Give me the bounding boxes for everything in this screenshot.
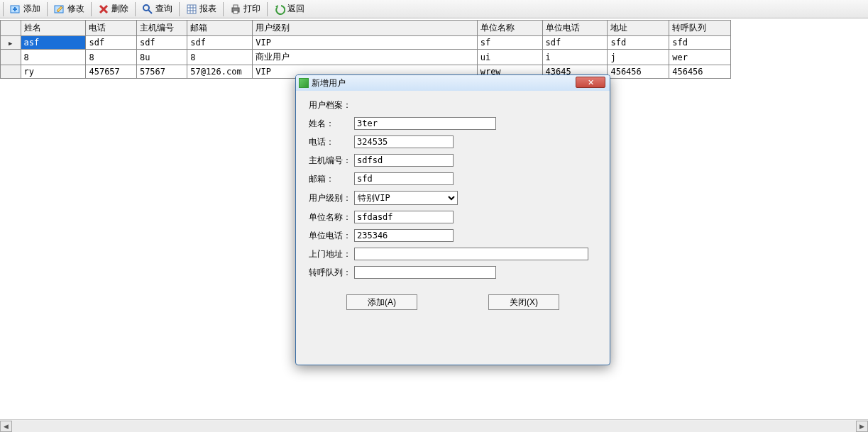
addr-field[interactable] [354,248,588,260]
col-addr[interactable]: 地址 [608,21,669,36]
print-icon [230,4,241,15]
cell-queue[interactable]: 456456 [669,65,731,79]
cell-orgphone[interactable]: sdf [542,36,608,50]
scroll-left-icon[interactable]: ◀ [0,421,12,432]
cell-phone[interactable]: sdf [86,36,136,50]
table-row[interactable]: 888u8商业用户uiijwer [1,50,731,65]
add-button[interactable]: 添加 [5,1,45,17]
cell-name[interactable]: asf [21,36,86,50]
delete-icon [98,4,109,15]
app-icon [299,78,309,88]
edit-icon [54,4,65,15]
queue-label: 转呼队列： [309,267,354,279]
back-button[interactable]: 返回 [269,1,309,17]
data-grid[interactable]: 姓名 电话 主机编号 邮箱 用户级别 单位名称 单位电话 地址 转呼队列 asf… [0,20,731,79]
toolbar-separator [91,2,92,16]
toolbar-separator [3,2,4,16]
name-field[interactable] [354,117,496,130]
queue-field[interactable] [354,266,496,279]
mail-label: 邮箱： [309,173,354,185]
cell-phone[interactable]: 8 [86,50,136,65]
back-label: 返回 [287,3,304,15]
orgphone-field[interactable] [354,229,454,242]
svg-rect-14 [234,5,238,8]
dialog-section-title: 用户档案： [309,99,597,111]
cell-org[interactable]: sf [477,36,542,50]
cell-addr[interactable]: sfd [608,36,669,50]
scroll-track[interactable] [12,421,856,432]
add-icon [10,4,21,15]
query-button[interactable]: 查询 [137,1,177,17]
cell-queue[interactable]: wer [669,50,731,65]
svg-point-6 [143,5,149,11]
grid-header-row: 姓名 电话 主机编号 邮箱 用户级别 单位名称 单位电话 地址 转呼队列 [1,21,731,36]
report-icon [186,4,197,15]
row-header[interactable] [1,36,21,50]
toolbar: 添加 修改 删除 查询 报表 打印 返回 [0,0,868,18]
edit-button[interactable]: 修改 [49,1,89,17]
toolbar-separator [267,2,268,16]
level-label: 用户级别： [309,192,354,204]
cell-mail[interactable]: sdf [187,36,253,50]
cell-host[interactable]: 8u [136,50,187,65]
col-mail[interactable]: 邮箱 [187,21,253,36]
col-level[interactable]: 用户级别 [253,21,477,36]
report-button[interactable]: 报表 [181,1,221,17]
cell-level[interactable]: VIP [253,36,477,50]
toolbar-separator [223,2,224,16]
cell-host[interactable]: 57567 [136,65,187,79]
col-name[interactable]: 姓名 [21,21,86,36]
col-phone[interactable]: 电话 [86,21,136,36]
dialog-body: 用户档案： 姓名： 电话： 主机编号： 邮箱： 用户级别： 特别VIP 单位名称… [296,91,610,316]
cell-mail[interactable]: 57@126.com [187,65,253,79]
host-field[interactable] [354,154,454,167]
cell-addr[interactable]: 456456 [608,65,669,79]
phone-field[interactable] [354,135,454,148]
cell-org[interactable]: ui [477,50,542,65]
cell-level[interactable]: 商业用户 [253,50,477,65]
cell-orgphone[interactable]: i [542,50,608,65]
search-icon [142,4,153,15]
svg-rect-15 [234,11,238,13]
cell-queue[interactable]: sfd [669,36,731,50]
col-queue[interactable]: 转呼队列 [669,21,731,36]
close-icon[interactable]: ✕ [576,77,605,88]
orgphone-label: 单位电话： [309,230,354,242]
horizontal-scrollbar[interactable]: ◀ ▶ [0,419,868,432]
cell-addr[interactable]: j [608,50,669,65]
cell-phone[interactable]: 457657 [86,65,136,79]
delete-button[interactable]: 删除 [93,1,133,17]
row-header[interactable] [1,65,21,79]
edit-label: 修改 [67,3,84,15]
cell-host[interactable]: sdf [136,36,187,50]
back-icon [274,4,285,15]
level-select[interactable]: 特别VIP [354,191,458,205]
cell-name[interactable]: 8 [21,50,86,65]
dialog-close-button[interactable]: 关闭(X) [488,294,559,310]
scroll-right-icon[interactable]: ▶ [856,421,868,432]
col-org[interactable]: 单位名称 [477,21,542,36]
svg-rect-8 [187,5,196,13]
col-host[interactable]: 主机编号 [136,21,187,36]
cell-mail[interactable]: 8 [187,50,253,65]
toolbar-separator [179,2,180,16]
org-field[interactable] [354,211,454,223]
row-header[interactable] [1,50,21,65]
table-row[interactable]: asfsdfsdfsdfVIPsfsdfsfdsfd [1,36,731,50]
delete-label: 删除 [111,3,128,15]
toolbar-separator [47,2,48,16]
dialog-titlebar[interactable]: 新增用户 ✕ [296,75,610,91]
print-label: 打印 [243,3,260,15]
svg-line-7 [148,10,152,13]
dialog-add-button[interactable]: 添加(A) [346,294,417,310]
add-user-dialog: 新增用户 ✕ 用户档案： 姓名： 电话： 主机编号： 邮箱： 用户级别： 特别V… [295,74,610,365]
dialog-title: 新增用户 [312,77,346,89]
cell-name[interactable]: ry [21,65,86,79]
row-header-blank [1,21,21,36]
col-orgphone[interactable]: 单位电话 [542,21,608,36]
print-button[interactable]: 打印 [225,1,265,17]
mail-field[interactable] [354,172,454,185]
name-label: 姓名： [309,118,354,130]
toolbar-separator [135,2,136,16]
query-label: 查询 [155,3,172,15]
